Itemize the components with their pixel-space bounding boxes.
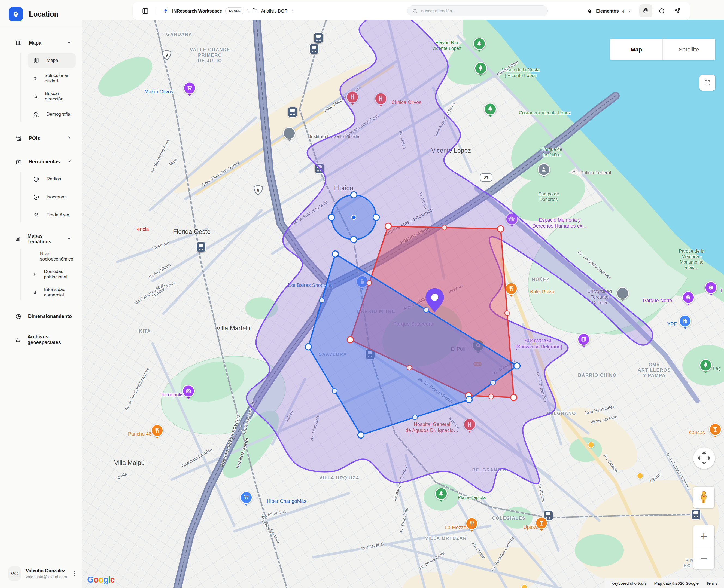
sidebar-item-trade-area[interactable]: Trade Area <box>27 208 76 223</box>
sidebar-item-densidad-poblacional[interactable]: Densidad poblacional <box>27 267 76 282</box>
train-window <box>199 244 203 247</box>
espacio-memoria-marker-icon[interactable] <box>506 213 518 230</box>
sidebar-item-mapa[interactable]: Mapa <box>0 36 82 50</box>
attraction-marker-icon[interactable] <box>705 281 717 298</box>
poi-dot-icon[interactable] <box>521 584 528 588</box>
sidebar-item-radios[interactable]: Radios <box>27 172 76 187</box>
parque-norte-marker-icon[interactable] <box>682 291 695 308</box>
scale-badge: SCALE <box>225 7 244 15</box>
train-station-icon[interactable] <box>315 163 324 174</box>
chevron-down-icon[interactable] <box>66 159 72 165</box>
sidebar-item-mapa[interactable]: Mapa <box>27 53 76 68</box>
map-label-galván: Galván <box>284 410 295 424</box>
map-canvas[interactable]: GANDARAVALLE GRANDE PRIMERO DE JULIOMakr… <box>82 20 724 588</box>
universidad-di-tella-marker-icon[interactable] <box>617 287 629 304</box>
el-poli-marker-icon[interactable] <box>472 339 485 356</box>
zoom-out-button[interactable]: − <box>693 547 715 569</box>
sidebar-item-herramientas[interactable]: Herramientas <box>0 155 82 168</box>
train-station-icon[interactable] <box>691 509 701 520</box>
user-menu-icon[interactable] <box>72 569 77 579</box>
sidebar-item-dimensionamiento[interactable]: Dimensionamiento <box>0 310 82 323</box>
sidebar-item-isocronas[interactable]: Isocronas <box>27 190 76 205</box>
radius-icon <box>33 176 40 182</box>
lago-marker-icon[interactable] <box>700 359 712 376</box>
marker-bubble <box>700 359 712 372</box>
map-label-gdor-marcelino-ugarte: Gdor. Marcelino Ugarte <box>201 160 241 188</box>
chevron-down-icon[interactable] <box>66 236 72 242</box>
sidebar-item-seleccionar-ciudad[interactable]: Seleccionar ciudad <box>27 71 76 86</box>
sidebar-item-archivos-geoespaciales[interactable]: Archivos geoespaciales <box>0 333 82 346</box>
elements-dropdown[interactable]: Elementos 4 <box>587 8 632 14</box>
sidebar-item-pois[interactable]: POIs <box>0 131 82 145</box>
keyboard-shortcuts-link[interactable]: Keyboard shortcuts <box>607 581 650 586</box>
chevron-down-icon[interactable] <box>290 8 295 14</box>
poi-dot-icon[interactable] <box>637 472 643 479</box>
poi-dot-icon[interactable] <box>588 442 594 448</box>
drop-icon <box>33 271 37 278</box>
dot-baires-marker-icon[interactable] <box>356 275 368 292</box>
map-label-playón-río: Playón Río Vicente Lopez <box>432 40 461 51</box>
pegman-control[interactable] <box>693 487 715 508</box>
train-station-icon[interactable] <box>196 241 206 252</box>
sidebar-item-nivel-socioecon-mico[interactable]: Nivel socioeconómico <box>27 249 76 264</box>
map-label-t: T <box>720 288 723 294</box>
costanera-marker-icon[interactable] <box>484 103 497 120</box>
zoom-in-button[interactable]: + <box>693 525 715 547</box>
search-box[interactable] <box>407 5 548 16</box>
la-mezzetta-marker-icon[interactable] <box>465 518 478 534</box>
pan-tool-button[interactable] <box>639 4 652 17</box>
chevron-right-icon[interactable] <box>66 135 72 142</box>
sidebar-item-demografia[interactable]: Demografia <box>27 107 76 122</box>
search-input[interactable] <box>421 8 543 13</box>
map-label-barrio-chino: BARRIO CHINO <box>578 372 617 378</box>
breadcrumb-project[interactable]: Analisis DOT <box>261 8 287 14</box>
marker-bubble <box>475 62 487 75</box>
item-label: Demografia <box>46 112 70 117</box>
map-data-text: Map data ©2026 Google <box>650 581 703 586</box>
subte-icon[interactable]: Subte <box>473 361 482 367</box>
marker-bubble <box>679 315 691 328</box>
paseo-costa-marker-icon[interactable] <box>475 62 487 79</box>
kansas-marker-icon[interactable] <box>709 423 722 440</box>
train-station-icon[interactable] <box>314 33 323 43</box>
clinica-olivos-marker-icon[interactable] <box>375 92 387 109</box>
chevron-down-icon <box>628 9 632 13</box>
kalis-pizza-marker-icon[interactable] <box>505 282 518 299</box>
makro-olivos-marker-icon[interactable] <box>183 82 196 99</box>
fullscreen-button[interactable] <box>700 75 715 91</box>
pan-control[interactable] <box>693 447 715 469</box>
location-logo-icon <box>9 7 23 21</box>
circle-tool-button[interactable] <box>655 4 668 17</box>
instituto-la-salle-marker-icon[interactable] <box>283 127 296 144</box>
sidebar-item-buscar-direcci-n[interactable]: Buscar dirección <box>27 89 76 104</box>
marker-bubble <box>183 82 196 94</box>
sidebar-toggle-button[interactable] <box>140 5 150 16</box>
sidebar-item-mapas-tem-ticos[interactable]: Mapas Temáticos <box>0 232 82 246</box>
chevron-down-icon[interactable] <box>66 40 72 46</box>
train-station-icon[interactable] <box>309 44 319 55</box>
uptown-marker-icon[interactable] <box>535 517 548 533</box>
hiper-changomas-marker-icon[interactable] <box>240 491 253 508</box>
user-profile[interactable]: VG Valentin Gonzalez valentinta@icloud.c… <box>8 566 77 581</box>
plaza-zapiola-marker-icon[interactable] <box>435 487 447 504</box>
breadcrumb-workspace[interactable]: INResearch Workspace <box>172 8 222 14</box>
polygon-tool-button[interactable] <box>671 4 684 17</box>
tecnopolis-marker-icon[interactable] <box>182 385 195 401</box>
map-type-map-button[interactable]: Map <box>610 39 663 60</box>
hospital-pin-marker-icon[interactable] <box>346 91 359 107</box>
map-label-valle-grande: VALLE GRANDE PRIMERO DE JULIO <box>190 47 230 63</box>
hospital-general-marker-icon[interactable] <box>463 418 476 435</box>
ypf-marker-icon[interactable] <box>679 315 691 332</box>
train-station-icon[interactable] <box>288 107 298 118</box>
map-label-villa-ortúzar: VILLA ORTÚZAR <box>425 536 467 541</box>
train-window <box>368 351 373 354</box>
showcase-belgrano-marker-icon[interactable] <box>578 333 590 350</box>
terms-link[interactable]: Terms <box>703 581 721 586</box>
map-label-av-maipú: Av. Maipú <box>398 130 407 149</box>
pancho-46-marker-icon[interactable] <box>151 424 163 441</box>
playon-rio-marker-icon[interactable] <box>473 38 486 54</box>
train-station-icon[interactable] <box>365 349 375 360</box>
sidebar-item-intensidad-comercial[interactable]: Intensidad comercial <box>27 285 76 300</box>
map-type-satellite-button[interactable]: Satellite <box>663 39 715 60</box>
policia-federal-marker-icon[interactable] <box>538 163 550 180</box>
